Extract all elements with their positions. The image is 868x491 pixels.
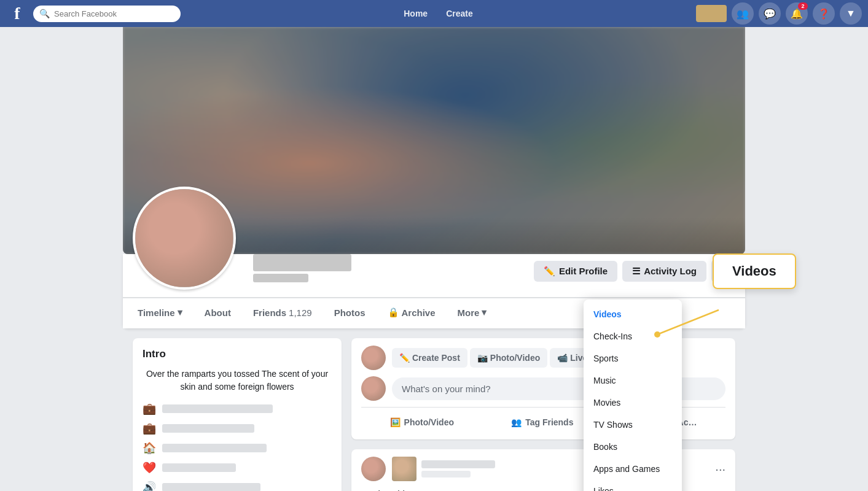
post-more-button[interactable]: ··· [715,462,725,476]
tab-more-label: More [458,307,480,318]
messenger-icon-btn[interactable]: 💬 [759,2,781,25]
tab-photos-label: Photos [334,307,366,318]
tab-about[interactable]: About [195,299,241,328]
intro-detail-3 [162,444,267,452]
nav-home[interactable]: Home [404,9,428,18]
tab-timeline[interactable]: Timeline ▾ [128,298,192,328]
tab-photos[interactable]: Photos [324,299,375,328]
dropdown-tvshows[interactable]: TV Shows [584,414,682,436]
intro-item-5: 🔊 [143,481,332,491]
composer-avatar [361,346,386,370]
search-input[interactable] [33,6,181,22]
tab-friends-label: Friends [253,307,286,318]
create-post-label: Create Post [412,353,460,363]
post-avatar [361,457,386,481]
list-icon: ☰ [632,266,640,277]
chevron-down-icon: ▾ [178,307,182,318]
profile-avatar-image [135,189,233,287]
intro-item-3: 🏠 [143,441,332,455]
intro-detail-2 [162,424,254,433]
dropdown-movies[interactable]: Movies [584,392,682,414]
notifications-icon-btn[interactable]: 🔔 2 [786,2,808,25]
profile-name-block [253,254,351,290]
tag-icon: 👥 [511,417,522,427]
home-icon: 🏠 [143,441,156,455]
intro-title: Intro [143,348,332,360]
tab-archive[interactable]: 🔒 Archive [378,298,445,328]
dropdown-likes[interactable]: Likes [584,480,682,491]
page-wrap: ✏️ Edit Profile ☰ Activity Log ··· Timel… [0,0,868,491]
photo-icon: 🖼️ [390,417,401,427]
pencil-icon-composer: ✏️ [399,353,410,363]
profile-friends-blur [253,274,308,282]
nav-right: 👥 💬 🔔 2 ❓ ▼ [696,2,862,25]
intro-detail-5 [162,483,260,491]
dropdown-apps[interactable]: Apps and Games [584,458,682,480]
post-meta [421,460,495,477]
edit-profile-label: Edit Profile [559,266,608,276]
svg-point-1 [654,331,660,338]
account-menu-btn[interactable]: ▼ [840,2,862,25]
tab-friends[interactable]: Friends 1,129 [243,299,322,328]
tab-archive-label: Archive [402,307,436,318]
friends-count: 1,129 [289,307,312,318]
photo-video-btn[interactable]: 📷 Photo/Video [470,348,547,368]
left-column: Intro Over the ramparts you tossed The s… [133,338,342,491]
videos-callout: Videos [713,253,796,289]
pencil-icon: ✏️ [544,266,555,277]
help-icon-btn[interactable]: ❓ [813,2,835,25]
search-wrap: 🔍 [33,6,181,22]
chevron-down-icon-more: ▾ [482,307,487,318]
callout-arrow [639,304,725,341]
profile-actions: ✏️ Edit Profile ☰ Activity Log ··· [534,260,735,290]
speaker-icon: 🔊 [143,481,156,491]
composer-photo-btn[interactable]: 🖼️ Photo/Video [380,412,464,432]
profile-avatar[interactable] [133,187,236,290]
tab-timeline-label: Timeline [138,307,175,318]
dropdown-sports[interactable]: Sports [584,347,682,369]
work-icon-1: 💼 [143,402,156,416]
svg-line-0 [657,310,719,334]
intro-detail-4 [162,463,236,472]
activity-log-button[interactable]: ☰ Activity Log [622,261,706,282]
dropdown-music[interactable]: Music [584,369,682,392]
intro-item-2: 💼 [143,422,332,435]
videos-callout-label: Videos [732,263,776,279]
photo-video-label: Photo/Video [490,353,540,363]
composer-tag-btn[interactable]: 👥 Tag Friends [501,412,583,432]
nav-links: Home Create [186,9,691,18]
tab-about-label: About [205,307,231,318]
notification-badge: 2 [798,2,808,10]
camera-icon: 📷 [477,353,488,363]
facebook-logo[interactable]: f [6,2,28,25]
edit-profile-button[interactable]: ✏️ Edit Profile [534,261,617,282]
post-time-blur [421,471,471,477]
heart-icon: ❤️ [143,461,156,474]
activity-log-label: Activity Log [644,266,697,276]
dropdown-books[interactable]: Books [584,436,682,458]
intro-card: Intro Over the ramparts you tossed The s… [133,338,342,491]
post-thumbnail [392,457,416,481]
video-icon: 📹 [557,353,568,363]
lock-icon: 🔒 [388,307,399,318]
composer-avatar-2 [361,376,386,401]
profile-info-row: ✏️ Edit Profile ☰ Activity Log ··· [123,254,745,298]
intro-text: Over the ramparts you tossed The scent o… [143,368,332,393]
top-navigation: f 🔍 Home Create 👥 💬 🔔 2 ❓ ▼ [0,0,868,27]
nav-create[interactable]: Create [446,9,473,18]
composer-photo-label: Photo/Video [404,417,454,427]
intro-item-4: ❤️ [143,461,332,474]
nav-avatar[interactable] [696,5,727,22]
profile-name-blur [253,254,351,271]
composer-tag-label: Tag Friends [525,417,573,427]
intro-detail-1 [162,404,273,413]
intro-item-1: 💼 [143,402,332,416]
work-icon-2: 💼 [143,422,156,435]
people-icon-btn[interactable]: 👥 [732,2,754,25]
create-post-btn[interactable]: ✏️ Create Post [392,348,467,368]
post-name-blur [421,460,495,468]
tab-more[interactable]: More ▾ [448,298,497,328]
